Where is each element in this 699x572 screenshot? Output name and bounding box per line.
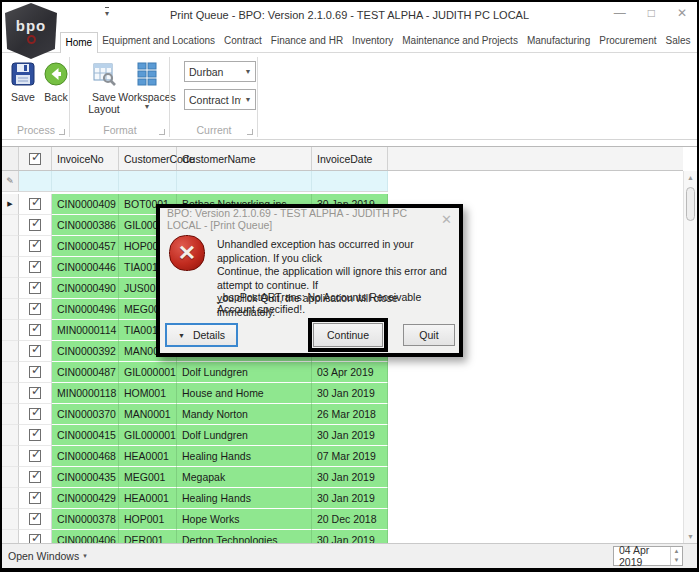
column-header-invoicedate[interactable]: InvoiceDate <box>312 147 388 170</box>
table-row[interactable]: ✓CIN0000468HEA0001Healing Hands07 Mar 20… <box>2 446 683 467</box>
tab-procurement[interactable]: Procurement <box>595 31 661 52</box>
scrollbar-thumb[interactable] <box>686 187 695 221</box>
error-dialog-close-button[interactable]: ✕ <box>441 212 452 227</box>
cell-customer-name: Healing Hands <box>177 488 312 509</box>
row-checkbox[interactable]: ✓ <box>29 408 41 420</box>
row-checkbox[interactable]: ✓ <box>29 492 41 504</box>
filter-cell-customercode[interactable] <box>119 171 177 191</box>
row-checkbox-cell[interactable]: ✓ <box>19 530 52 543</box>
row-checkbox[interactable]: ✓ <box>29 429 41 441</box>
row-checkbox-cell[interactable]: ✓ <box>19 278 52 299</box>
column-header-invoiceno[interactable]: InvoiceNo <box>52 147 119 170</box>
scroll-up-icon[interactable]: ▲ <box>684 174 697 181</box>
tab-maintenance-and-projects[interactable]: Maintenance and Projects <box>398 31 523 52</box>
row-checkbox-cell[interactable]: ✓ <box>19 215 52 236</box>
table-row[interactable]: ✓CIN0000415GIL000001Dolf Lundgren30 Jan … <box>2 425 683 446</box>
row-checkbox-cell[interactable]: ✓ <box>19 362 52 383</box>
grid-filter-row[interactable]: ✎ <box>2 171 388 192</box>
row-checkbox-cell[interactable]: ✓ <box>19 320 52 341</box>
quit-button[interactable]: Quit <box>403 324 455 346</box>
row-checkbox-cell[interactable]: ✓ <box>19 446 52 467</box>
row-checkbox[interactable]: ✓ <box>29 450 41 462</box>
tab-equipment-and-locations[interactable]: Equipment and Locations <box>98 31 220 52</box>
workspaces-button[interactable]: Workspaces ▼ <box>118 57 176 111</box>
table-row[interactable]: ✓MIN0000118HOM001House and Home30 Jan 20… <box>2 383 683 404</box>
cell-customer-name: Dolf Lundgren <box>177 425 312 446</box>
continue-button[interactable]: Continue <box>313 323 383 347</box>
column-header-customercode[interactable]: CustomerCode <box>119 147 177 170</box>
tab-manufacturing[interactable]: Manufacturing <box>522 31 594 52</box>
row-checkbox-cell[interactable]: ✓ <box>19 257 52 278</box>
details-button[interactable]: ▼ Details <box>165 323 238 347</box>
row-checkbox[interactable]: ✓ <box>29 240 41 252</box>
check-icon: ✓ <box>31 321 41 335</box>
table-row[interactable]: ✓CIN0000378HOP001Hope Works20 Dec 2018 <box>2 509 683 530</box>
close-button[interactable]: ✕ <box>677 6 687 20</box>
date-spinner[interactable]: ▲ ▼ <box>670 547 682 565</box>
row-checkbox[interactable]: ✓ <box>29 219 41 231</box>
date-editor[interactable]: 04 Apr 2019 ▲ ▼ <box>613 546 683 566</box>
error-dialog-title: BPO: Version 2.1.0.69 - TEST ALPHA - JUD… <box>167 207 441 231</box>
row-checkbox[interactable]: ✓ <box>29 261 41 273</box>
tab-inventory[interactable]: Inventory <box>348 31 398 52</box>
row-checkbox[interactable]: ✓ <box>29 198 41 210</box>
row-checkbox-cell[interactable]: ✓ <box>19 509 52 530</box>
site-combobox[interactable]: Durban ▼ <box>184 61 256 82</box>
queue-combobox-dropdown-icon[interactable]: ▼ <box>241 96 255 103</box>
row-checkbox-cell[interactable]: ✓ <box>19 299 52 320</box>
table-row[interactable]: ✓CIN0000487GIL000001Dolf Lundgren03 Apr … <box>2 362 683 383</box>
row-checkbox-cell[interactable]: ✓ <box>19 383 52 404</box>
select-all-checkbox[interactable]: ✓ <box>29 153 41 165</box>
filter-cell-invoicedate[interactable] <box>312 171 388 191</box>
row-checkbox-cell[interactable]: ✓ <box>19 341 52 362</box>
row-checkbox[interactable]: ✓ <box>29 387 41 399</box>
select-all-checkbox-cell[interactable]: ✓ <box>19 147 52 170</box>
row-checkbox-cell[interactable]: ✓ <box>19 236 52 257</box>
row-indicator <box>2 341 19 362</box>
row-checkbox-cell[interactable]: ✓ <box>19 467 52 488</box>
current-dialog-launcher-icon[interactable] <box>247 129 253 135</box>
row-checkbox[interactable]: ✓ <box>29 303 41 315</box>
check-icon: ✓ <box>31 426 41 440</box>
table-row[interactable]: ✓CIN0000370MAN0001Mandy Norton26 Mar 201… <box>2 404 683 425</box>
table-row[interactable]: ✓CIN0000435MEG001Megapak30 Jan 2019 <box>2 467 683 488</box>
row-checkbox[interactable]: ✓ <box>29 282 41 294</box>
row-checkbox[interactable]: ✓ <box>29 324 41 336</box>
table-row[interactable]: ✓CIN0000429HEA0001Healing Hands30 Jan 20… <box>2 488 683 509</box>
row-checkbox[interactable]: ✓ <box>29 366 41 378</box>
column-header-customername[interactable]: CustomerName <box>177 147 312 170</box>
row-checkbox-cell[interactable]: ✓ <box>19 425 52 446</box>
row-checkbox[interactable]: ✓ <box>29 513 41 525</box>
tab-finance-and-hr[interactable]: Finance and HR <box>266 31 347 52</box>
format-dialog-launcher-icon[interactable] <box>159 129 165 135</box>
row-checkbox[interactable]: ✓ <box>29 345 41 357</box>
workspaces-dropdown-icon[interactable]: ▼ <box>118 103 176 111</box>
vertical-scrollbar[interactable]: ▲ ▼ <box>683 171 697 543</box>
cell-customer-name: Megapak <box>177 467 312 488</box>
tab-sales[interactable]: Sales <box>661 31 695 52</box>
row-checkbox-cell[interactable]: ✓ <box>19 488 52 509</box>
tab-service[interactable]: Service <box>695 31 699 52</box>
site-combobox-dropdown-icon[interactable]: ▼ <box>241 68 255 75</box>
tab-home[interactable]: Home <box>60 32 98 53</box>
tab-contract[interactable]: Contract <box>220 31 267 52</box>
filter-cell-customername[interactable] <box>177 171 312 191</box>
minimize-button[interactable]: — <box>614 6 626 20</box>
open-windows-button[interactable]: Open Windows ▾ <box>2 550 87 562</box>
scroll-down-icon[interactable]: ▼ <box>684 533 697 540</box>
queue-combobox[interactable]: Contract Inv... ▼ <box>184 89 256 110</box>
cell-invoice-no: MIN0000118 <box>52 383 119 404</box>
filter-cell-checkbox[interactable] <box>19 171 52 191</box>
row-checkbox[interactable]: ✓ <box>29 471 41 483</box>
row-checkbox[interactable]: ✓ <box>29 534 41 543</box>
filter-cell-invoiceno[interactable] <box>52 171 119 191</box>
row-checkbox-cell[interactable]: ✓ <box>19 404 52 425</box>
date-spin-up-icon[interactable]: ▲ <box>671 547 682 556</box>
ribbon: Save Back Process <box>2 53 697 140</box>
maximize-button[interactable]: □ <box>648 6 655 20</box>
process-dialog-launcher-icon[interactable] <box>59 129 65 135</box>
row-checkbox-cell[interactable]: ✓ <box>19 194 52 215</box>
table-row[interactable]: ✓CIN0000406DER001Derton Technologies30 J… <box>2 530 683 543</box>
date-spin-down-icon[interactable]: ▼ <box>671 556 682 565</box>
cell-invoice-no: CIN0000378 <box>52 509 119 530</box>
